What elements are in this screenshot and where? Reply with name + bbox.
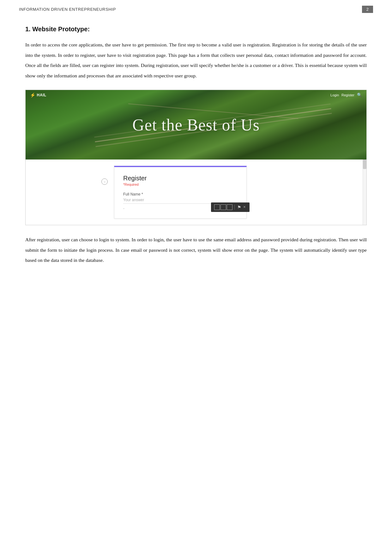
brand-name: HAIL: [37, 93, 46, 97]
website-screenshot: ⚡ HAIL Login Register 🔍 Get the Best of …: [25, 90, 367, 225]
full-name-label: Full Name *: [123, 192, 238, 196]
paragraph-2: After registration, user can choose to l…: [25, 235, 367, 266]
register-form-wrapper: Register *Required Full Name * Your answ…: [114, 160, 366, 225]
login-link[interactable]: Login: [330, 93, 339, 97]
page-header: INFORMATION DRIVEN ENTREPRENEURSHIP 2: [0, 0, 392, 16]
scroll-indicator: [363, 160, 366, 225]
form-toolbar: ⚑ ×: [211, 202, 250, 212]
close-icon[interactable]: ×: [243, 205, 246, 210]
navbar-links: Login Register 🔍: [330, 93, 362, 98]
required-label: *Required: [123, 183, 238, 186]
toolbar-btn-3[interactable]: [227, 204, 232, 210]
register-card: Register *Required Full Name * Your answ…: [114, 166, 247, 219]
register-left: ○: [26, 160, 114, 225]
search-icon[interactable]: 🔍: [357, 93, 362, 98]
register-section: ○ Register *Required Full Name * Your an…: [26, 160, 366, 225]
banner-headline: Get the Best of Us: [132, 116, 260, 134]
brand-icon: ⚡: [30, 93, 36, 98]
aerial-banner: ⚡ HAIL Login Register 🔍 Get the Best of …: [26, 90, 366, 160]
navbar: ⚡ HAIL Login Register 🔍: [26, 90, 366, 100]
document-title: INFORMATION DRIVEN ENTREPRENEURSHIP: [19, 7, 116, 12]
toolbar-btn-1[interactable]: [214, 204, 220, 210]
page-number: 2: [362, 6, 373, 13]
toolbar-divider: [234, 205, 235, 210]
register-link[interactable]: Register: [341, 93, 354, 97]
circle-icon: ○: [101, 178, 108, 185]
register-title: Register: [123, 175, 238, 182]
flag-icon[interactable]: ⚑: [237, 205, 242, 210]
section-heading: 1. Website Prototype:: [25, 26, 367, 33]
paragraph-1: In order to access the core applications…: [25, 40, 367, 81]
main-content: 1. Website Prototype: In order to access…: [0, 16, 392, 287]
toolbar-btn-2[interactable]: [220, 204, 226, 210]
scroll-thumb[interactable]: [363, 160, 366, 169]
navbar-brand: ⚡ HAIL: [30, 93, 46, 98]
